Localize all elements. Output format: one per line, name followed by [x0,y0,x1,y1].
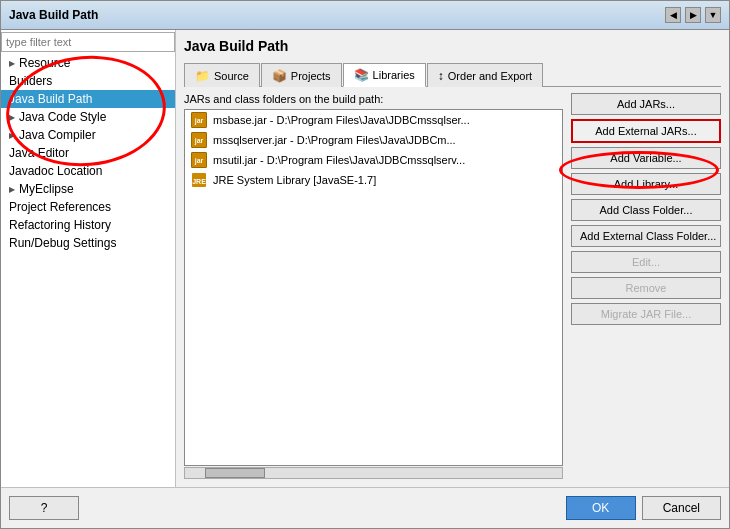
sidebar-item-label: Java Editor [9,146,69,160]
buttons-panel: Add JARs... Add External JARs... Add Var… [571,93,721,479]
tab-projects[interactable]: 📦 Projects [261,63,342,87]
add-class-folder-button[interactable]: Add Class Folder... [571,199,721,221]
list-item[interactable]: jar msutil.jar - D:\Program Files\Java\J… [185,150,562,170]
file-list[interactable]: jar msbase.jar - D:\Program Files\Java\J… [184,109,563,466]
sidebar-item-java-code-style[interactable]: Java Code Style [1,108,175,126]
main-content: Java Build Path 📁 Source 📦 Projects 📚 Li… [176,30,729,487]
tab-projects-label: Projects [291,70,331,82]
migrate-jar-button[interactable]: Migrate JAR File... [571,303,721,325]
order-export-icon: ↕ [438,69,444,83]
titlebar-controls: ◀ ▶ ▼ [665,7,721,23]
tab-order-export[interactable]: ↕ Order and Export [427,63,543,87]
sidebar-item-label: Java Code Style [19,110,106,124]
file-name: JRE System Library [JavaSE-1.7] [213,174,376,186]
jar-icon: jar [191,152,207,168]
file-name: msbase.jar - D:\Program Files\Java\JDBCm… [213,114,470,126]
sidebar-item-label: Project References [9,200,111,214]
back-button[interactable]: ◀ [665,7,681,23]
sidebar-item-label: Javadoc Location [9,164,102,178]
scrollbar-thumb[interactable] [205,468,265,478]
tab-libraries-label: Libraries [373,69,415,81]
projects-icon: 📦 [272,69,287,83]
ok-button[interactable]: OK [566,496,636,520]
list-label: JARs and class folders on the build path… [184,93,563,105]
source-icon: 📁 [195,69,210,83]
add-jars-button[interactable]: Add JARs... [571,93,721,115]
sidebar-item-project-references[interactable]: Project References [1,198,175,216]
list-item[interactable]: jar msbase.jar - D:\Program Files\Java\J… [185,110,562,130]
menu-button[interactable]: ▼ [705,7,721,23]
libraries-icon: 📚 [354,68,369,82]
sidebar-item-label: Builders [9,74,52,88]
content-area: JARs and class folders on the build path… [184,93,721,479]
sidebar-item-label: Java Compiler [19,128,96,142]
dialog-body: Resource Builders Java Build Path Java C… [1,30,729,487]
cancel-button[interactable]: Cancel [642,496,721,520]
help-button[interactable]: ? [9,496,79,520]
list-area: JARs and class folders on the build path… [184,93,563,479]
tab-order-export-label: Order and Export [448,70,532,82]
add-external-jars-button[interactable]: Add External JARs... [571,119,721,143]
jre-icon: JRE [191,172,207,188]
edit-button[interactable]: Edit... [571,251,721,273]
remove-button[interactable]: Remove [571,277,721,299]
add-external-class-folder-button[interactable]: Add External Class Folder... [571,225,721,247]
titlebar: Java Build Path ◀ ▶ ▼ [1,1,729,30]
tab-source-label: Source [214,70,249,82]
horizontal-scrollbar[interactable] [184,467,563,479]
sidebar-item-label: MyEclipse [19,182,74,196]
sidebar-item-resource[interactable]: Resource [1,54,175,72]
sidebar-item-java-compiler[interactable]: Java Compiler [1,126,175,144]
sidebar-item-builders[interactable]: Builders [1,72,175,90]
dialog-footer: ? OK Cancel [1,487,729,528]
jar-icon: jar [191,112,207,128]
file-name: msutil.jar - D:\Program Files\Java\JDBCm… [213,154,465,166]
forward-button[interactable]: ▶ [685,7,701,23]
add-variable-button[interactable]: Add Variable... [571,147,721,169]
tab-libraries[interactable]: 📚 Libraries [343,63,426,87]
tabs-container: 📁 Source 📦 Projects 📚 Libraries ↕ Order … [184,62,721,87]
sidebar-item-java-build-path[interactable]: Java Build Path [1,90,175,108]
sidebar-item-javadoc[interactable]: Javadoc Location [1,162,175,180]
dialog-title: Java Build Path [9,8,98,22]
tab-source[interactable]: 📁 Source [184,63,260,87]
sidebar-item-label: Java Build Path [9,92,92,106]
sidebar-item-label: Refactoring History [9,218,111,232]
add-library-button[interactable]: Add Library... [571,173,721,195]
sidebar-item-label: Run/Debug Settings [9,236,116,250]
properties-dialog: Java Build Path ◀ ▶ ▼ Resource Builders … [0,0,730,529]
sidebar-item-myeclipse[interactable]: MyEclipse [1,180,175,198]
jar-icon: jar [191,132,207,148]
filter-input[interactable] [1,32,175,52]
sidebar-item-java-editor[interactable]: Java Editor [1,144,175,162]
list-item[interactable]: JRE JRE System Library [JavaSE-1.7] [185,170,562,190]
svg-text:JRE: JRE [192,178,206,185]
file-name: mssqlserver.jar - D:\Program Files\Java\… [213,134,456,146]
sidebar-item-run-debug[interactable]: Run/Debug Settings [1,234,175,252]
list-item[interactable]: jar mssqlserver.jar - D:\Program Files\J… [185,130,562,150]
sidebar: Resource Builders Java Build Path Java C… [1,30,176,487]
page-title: Java Build Path [184,38,721,54]
sidebar-item-label: Resource [19,56,70,70]
sidebar-item-refactoring[interactable]: Refactoring History [1,216,175,234]
